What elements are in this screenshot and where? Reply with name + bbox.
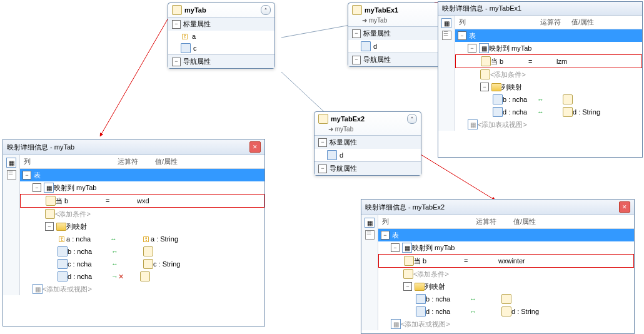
tool-icon[interactable]: ▦	[6, 158, 16, 168]
entity-title: myTab˄	[168, 3, 274, 17]
detail-body: ▦ 列运算符值/属性 −表 −▦ 映射到 myTab 当 b=wxd <添加条件…	[3, 155, 264, 295]
close-button[interactable]: ✕	[619, 201, 630, 213]
doc-icon	[58, 271, 68, 281]
row-condition[interactable]: 当 b=wxd	[20, 194, 264, 208]
prop-d[interactable]: d	[314, 149, 421, 161]
row-addcond[interactable]: <添加条件>	[20, 208, 264, 220]
col-name: d : ncha	[68, 273, 111, 280]
svg-line-3	[281, 72, 328, 116]
table-row[interactable]: b : ncha↔	[20, 245, 264, 258]
prop-a[interactable]: ⚿a	[168, 31, 274, 42]
table-row[interactable]: b : ncha↔	[455, 93, 642, 106]
table-row[interactable]: d : ncha↔ d : String	[378, 305, 634, 318]
section-label: 导航属性	[330, 164, 357, 173]
doc-icon	[416, 294, 426, 304]
collapse-icon[interactable]: −	[352, 29, 361, 38]
collapse-icon[interactable]: −	[45, 222, 54, 231]
doc-icon	[58, 246, 68, 256]
cond-icon	[45, 209, 55, 219]
collapse-icon[interactable]: −	[318, 164, 327, 173]
db-icon	[563, 107, 573, 117]
addtable-label: <添加表或视图>	[478, 120, 527, 129]
collapse-icon[interactable]: −	[480, 83, 489, 91]
section-nav: −导航属性	[314, 161, 421, 175]
collapse-icon[interactable]: −	[458, 31, 466, 40]
collapse-icon[interactable]: −	[391, 243, 400, 252]
arrows-icon: ↔	[111, 260, 118, 268]
collapse-icon[interactable]: −	[33, 183, 41, 192]
table-row[interactable]: b : ncha↔	[378, 293, 634, 305]
collapse-icon[interactable]: −	[172, 20, 181, 29]
row-map[interactable]: −▦ 映射到 myTab	[455, 42, 642, 54]
row-addcond[interactable]: <添加条件>	[378, 268, 634, 280]
row-label: 映射到 myTab	[412, 243, 455, 253]
col-header: 值/属性	[155, 157, 264, 166]
collapse-icon[interactable]: −	[352, 56, 361, 64]
doc-icon	[416, 306, 426, 316]
table-row[interactable]: c : ncha↔ c : String	[20, 258, 264, 270]
chevron-up-icon[interactable]: ˄	[261, 5, 271, 15]
tool-icon[interactable]	[442, 31, 451, 40]
detail-titlebar: 映射详细信息 - myTab✕	[3, 139, 264, 155]
section-label: 标量属性	[330, 138, 357, 147]
row-colmap[interactable]: − 列映射	[455, 81, 642, 93]
collapse-icon[interactable]: −	[468, 44, 476, 53]
row-table[interactable]: −表	[455, 29, 642, 42]
row-table[interactable]: −表	[20, 169, 264, 181]
row-map[interactable]: −▦ 映射到 myTab	[20, 181, 264, 194]
collapse-icon[interactable]: −	[172, 58, 181, 66]
collapse-icon[interactable]: −	[23, 171, 31, 180]
close-button[interactable]: ✕	[249, 141, 261, 153]
cond-op: =	[528, 58, 556, 65]
row-condition[interactable]: 当 b=lzm	[455, 54, 642, 68]
tool-icon[interactable]	[7, 170, 16, 180]
table-row[interactable]: d : ncha↔ d : String	[455, 106, 642, 118]
entity-mytab[interactable]: myTab˄ −标量属性 ⚿a c −导航属性	[168, 3, 275, 69]
row-colmap[interactable]: − 列映射	[378, 280, 634, 293]
db-icon	[501, 294, 511, 304]
row-addcond[interactable]: <添加条件>	[455, 68, 642, 81]
section-scalar: −标量属性	[314, 135, 421, 149]
title-text: myTab	[184, 6, 206, 14]
doc-icon	[327, 150, 337, 160]
row-addtable[interactable]: ▦ <添加表或视图>	[378, 318, 634, 330]
grid-icon: ▦	[44, 183, 54, 193]
row-table[interactable]: −表	[378, 229, 634, 241]
row-colmap[interactable]: − 列映射	[20, 220, 264, 233]
cond-icon	[480, 69, 490, 79]
svg-line-2	[281, 25, 350, 38]
doc-icon	[493, 94, 503, 104]
prop-c[interactable]: c	[168, 42, 274, 54]
collapse-icon[interactable]: −	[403, 282, 412, 291]
entity-mytabex2[interactable]: myTabEx2˄ ➜ myTab −标量属性 d −导航属性	[314, 111, 421, 176]
key-icon: ⚿	[181, 32, 189, 41]
row-map[interactable]: −▦ 映射到 myTab	[378, 241, 634, 254]
col-name: b : ncha	[68, 248, 111, 255]
grid-header: 列运算符值/属性	[20, 155, 264, 169]
grid-header: 列运算符值/属性	[455, 16, 642, 29]
row-label: 列映射	[425, 282, 445, 291]
addtable-label: <添加表或视图>	[43, 285, 92, 294]
toolbar: ▦	[361, 215, 378, 330]
row-addtable[interactable]: ▦ <添加表或视图>	[20, 283, 264, 295]
table-row[interactable]: ⚿ a : ncha↔⚿ a : String	[20, 233, 264, 245]
col-name: d : ncha	[426, 308, 470, 315]
entity-icon	[172, 5, 182, 15]
entity-base: ➜ myTab	[314, 126, 421, 135]
chevron-up-icon[interactable]: ˄	[407, 114, 417, 124]
arrows-icon: ↔	[537, 96, 544, 103]
detail-titlebar: 映射详细信息 - myTabEx2✕	[361, 200, 634, 215]
collapse-icon[interactable]: −	[381, 231, 390, 240]
doc-icon	[493, 107, 503, 117]
row-condition[interactable]: 当 b=wxwinter	[378, 254, 634, 268]
tool-icon[interactable]: ▦	[441, 18, 451, 28]
row-addtable[interactable]: ▦ <添加表或视图>	[455, 118, 642, 131]
collapse-icon[interactable]: −	[318, 138, 327, 147]
table-row[interactable]: d : ncha→ ✕	[20, 270, 264, 283]
cond-icon	[46, 196, 56, 206]
tool-icon[interactable]	[365, 230, 375, 240]
arrows-icon: ↔	[110, 235, 117, 243]
detail-titlebar: 映射详细信息 - myTabEx1	[438, 2, 642, 16]
tool-icon[interactable]: ▦	[365, 218, 375, 228]
section-label: 标量属性	[363, 29, 391, 38]
